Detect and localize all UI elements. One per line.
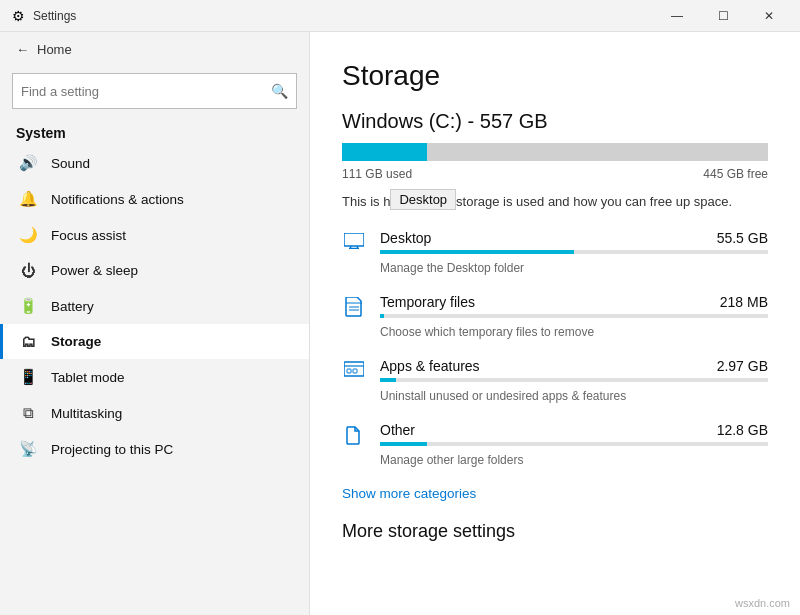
title-bar-left: ⚙ Settings [12,8,76,24]
svg-rect-0 [344,233,364,246]
temp-size: 218 MB [720,294,768,310]
temp-icon [342,297,366,322]
storage-item-other[interactable]: Other 12.8 GB Manage other large folders [342,422,768,468]
title-bar-title: Settings [33,9,76,23]
svg-rect-10 [353,369,357,373]
apps-bar [380,378,768,382]
sidebar-item-label: Notifications & actions [51,192,184,207]
power-icon: ⏻ [19,262,37,279]
desktop-bar-fill [380,250,574,254]
apps-bar-fill [380,378,396,382]
back-button[interactable]: ← Home [0,32,309,67]
tablet-icon: 📱 [19,368,37,386]
sidebar-item-battery[interactable]: 🔋 Battery [0,288,309,324]
sidebar-item-label: Projecting to this PC [51,442,173,457]
more-settings-title: More storage settings [342,521,768,542]
system-section-label: System [0,119,309,145]
home-label: Home [37,42,72,57]
apps-icon [342,361,366,382]
sidebar-item-sound[interactable]: 🔊 Sound [0,145,309,181]
other-bar [380,442,768,446]
main-content: ← Home 🔍 System 🔊 Sound 🔔 Notifications … [0,32,800,615]
settings-window: ⚙ Settings — ☐ ✕ ← Home 🔍 System 🔊 Sound [0,0,800,615]
page-title: Storage [342,60,768,92]
apps-header: Apps & features 2.97 GB [380,358,768,374]
temp-name: Temporary files [380,294,475,310]
sound-icon: 🔊 [19,154,37,172]
settings-icon: ⚙ [12,8,25,24]
apps-size: 2.97 GB [717,358,768,374]
desktop-item-content: Desktop 55.5 GB Manage the Desktop folde… [380,230,768,276]
watermark: wsxdn.com [735,597,790,609]
show-more-link[interactable]: Show more categories [342,486,768,501]
sidebar-item-notifications[interactable]: 🔔 Notifications & actions [0,181,309,217]
other-bar-fill [380,442,427,446]
storage-labels: 111 GB used 445 GB free [342,167,768,181]
other-desc: Manage other large folders [380,453,523,467]
storage-bar-used [342,143,427,161]
storage-icon: 🗂 [19,333,37,350]
right-panel: Storage Windows (C:) - 557 GB 111 GB use… [310,32,800,615]
title-bar-controls: — ☐ ✕ [654,0,792,32]
sidebar-item-multitasking[interactable]: ⧉ Multitasking [0,395,309,431]
apps-desc: Uninstall unused or undesired apps & fea… [380,389,626,403]
other-item-content: Other 12.8 GB Manage other large folders [380,422,768,468]
sidebar-item-projecting[interactable]: 📡 Projecting to this PC [0,431,309,467]
desktop-size: 55.5 GB [717,230,768,246]
focus-icon: 🌙 [19,226,37,244]
temp-bar [380,314,768,318]
storage-item-apps[interactable]: Apps & features 2.97 GB Uninstall unused… [342,358,768,404]
temp-bar-fill [380,314,384,318]
notifications-icon: 🔔 [19,190,37,208]
desktop-icon [342,233,366,254]
back-arrow-icon: ← [16,42,29,57]
sidebar-item-tablet[interactable]: 📱 Tablet mode [0,359,309,395]
svg-rect-9 [347,369,351,373]
desc-part2: storage is used and how you can free up … [456,194,732,209]
sidebar-item-power[interactable]: ⏻ Power & sleep [0,253,309,288]
desktop-desc: Manage the Desktop folder [380,261,524,275]
minimize-button[interactable]: — [654,0,700,32]
sidebar-item-label: Battery [51,299,94,314]
storage-description: This is hDesktopstorage is used and how … [342,191,768,212]
sidebar-item-label: Sound [51,156,90,171]
sidebar-item-label: Power & sleep [51,263,138,278]
projecting-icon: 📡 [19,440,37,458]
desc-part1: This is h [342,194,390,209]
desktop-header: Desktop 55.5 GB [380,230,768,246]
storage-item-temp[interactable]: Temporary files 218 MB Choose which temp… [342,294,768,340]
other-name: Other [380,422,415,438]
free-label: 445 GB free [703,167,768,181]
used-label: 111 GB used [342,167,412,181]
other-icon [342,425,366,450]
storage-item-desktop[interactable]: Desktop 55.5 GB Manage the Desktop folde… [342,230,768,276]
sidebar: ← Home 🔍 System 🔊 Sound 🔔 Notifications … [0,32,310,615]
close-button[interactable]: ✕ [746,0,792,32]
desktop-bar [380,250,768,254]
storage-bar-container [342,143,768,161]
desktop-name: Desktop [380,230,431,246]
sidebar-item-storage[interactable]: 🗂 Storage [0,324,309,359]
desktop-tooltip: Desktop [390,189,456,210]
other-size: 12.8 GB [717,422,768,438]
search-icon: 🔍 [271,83,288,99]
search-input[interactable] [21,84,271,99]
temp-item-content: Temporary files 218 MB Choose which temp… [380,294,768,340]
sidebar-item-label: Focus assist [51,228,126,243]
sidebar-item-label: Tablet mode [51,370,125,385]
other-header: Other 12.8 GB [380,422,768,438]
drive-title: Windows (C:) - 557 GB [342,110,768,133]
maximize-button[interactable]: ☐ [700,0,746,32]
sidebar-item-label: Multitasking [51,406,122,421]
multitasking-icon: ⧉ [19,404,37,422]
apps-name: Apps & features [380,358,480,374]
sidebar-item-label: Storage [51,334,101,349]
title-bar: ⚙ Settings — ☐ ✕ [0,0,800,32]
temp-header: Temporary files 218 MB [380,294,768,310]
sidebar-item-focus[interactable]: 🌙 Focus assist [0,217,309,253]
apps-item-content: Apps & features 2.97 GB Uninstall unused… [380,358,768,404]
temp-desc: Choose which temporary files to remove [380,325,594,339]
battery-icon: 🔋 [19,297,37,315]
search-box[interactable]: 🔍 [12,73,297,109]
